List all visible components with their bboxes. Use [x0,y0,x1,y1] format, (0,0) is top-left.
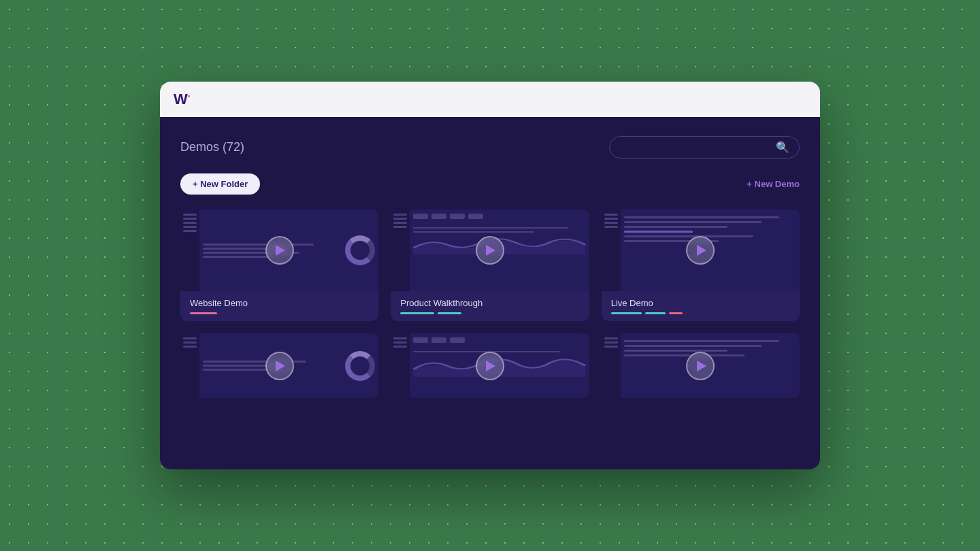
nav-item [450,337,465,343]
mock-sidebar-5 [391,333,410,398]
card-thumbnail-1 [180,210,378,291]
demo-card-6[interactable] [602,333,800,398]
sidebar-line [604,218,618,220]
progress-bar [645,312,666,314]
demo-card-4[interactable] [180,333,378,398]
card-title-1: Website Demo [190,298,369,308]
sidebar-line [183,341,197,344]
sidebar-line [183,218,197,220]
sidebar-line [393,337,407,339]
mock-sidebar-4 [180,333,199,398]
card-thumbnail-6 [602,333,800,398]
search-bar[interactable]: 🔍 [609,136,800,158]
mock-hline [624,350,728,352]
mock-hline [624,345,762,347]
mock-hline [624,226,728,228]
mock-sidebar-3 [602,210,621,291]
sidebar-line [183,230,197,232]
sidebar-line [183,346,197,348]
demo-card-1[interactable]: Website Demo [180,210,378,321]
nav-item [413,214,428,219]
mock-hline [624,340,779,342]
card-footer-1: Website Demo [180,291,378,321]
sidebar-line [604,226,618,228]
mock-sidebar-6 [602,333,621,398]
mock-topnav [413,214,585,222]
mock-bar [203,244,314,246]
sidebar-line [183,337,197,339]
sidebar-line [393,218,407,220]
progress-bars-1 [190,312,369,314]
mock-sidebar-2 [391,210,410,291]
nav-item [450,214,465,219]
progress-bar [611,312,642,314]
card-footer-2: Product Walkthrough [391,291,589,321]
play-button-1[interactable] [265,236,294,265]
demos-title: Demos (72) [180,140,244,154]
progress-bars-3 [611,312,790,314]
sidebar-line [604,214,618,216]
nav-item [413,337,428,343]
mock-hline [624,354,745,356]
demo-card-2[interactable]: Product Walkthrough [391,210,589,321]
main-content: Demos (72) 🔍 + New Folder + New Demo [160,117,820,469]
mock-hline [624,231,693,233]
app-logo: W• [174,90,189,108]
sidebar-line [393,341,407,344]
sidebar-line [604,341,618,344]
demo-card-5[interactable] [391,333,589,398]
new-folder-button[interactable]: + New Folder [180,173,260,195]
logo-dot: • [188,93,190,100]
mock-bar [413,227,568,229]
play-button-6[interactable] [686,352,715,380]
sidebar-line [183,214,197,216]
progress-bar [438,312,461,314]
mock-hline [624,221,762,223]
app-window: W• Demos (72) 🔍 + New Folder + New Demo [160,82,820,469]
mock-donut-chart [345,235,375,265]
sidebar-line [393,346,407,348]
search-icon: 🔍 [776,141,789,154]
search-input[interactable] [622,142,770,152]
header-row: Demos (72) 🔍 [180,136,800,158]
title-bar: W• [160,82,820,117]
sidebar-line [604,337,618,339]
nav-item [431,214,446,219]
new-demo-button[interactable]: + New Demo [747,179,800,189]
card-title-3: Live Demo [611,298,790,308]
demo-card-3[interactable]: Live Demo [602,210,800,321]
progress-bars-2 [400,312,579,314]
card-thumbnail-2 [391,210,589,291]
play-button-5[interactable] [476,352,504,380]
progress-bar [669,312,683,314]
mock-bar [203,256,272,258]
sidebar-line [393,214,407,216]
card-thumbnail-5 [391,333,589,398]
progress-bar [400,312,434,314]
sidebar-line [183,226,197,228]
card-footer-3: Live Demo [602,291,800,321]
nav-item [431,337,446,343]
mock-sidebar-1 [180,210,199,291]
play-button-4[interactable] [265,352,294,380]
mock-donut-chart-4 [345,351,375,381]
mock-hline [624,235,753,237]
play-button-2[interactable] [476,236,504,265]
mock-topnav-5 [413,337,585,346]
sidebar-line [183,222,197,224]
nav-item [468,214,483,219]
card-title-2: Product Walkthrough [400,298,579,308]
mock-hline [624,216,779,218]
card-thumbnail-3 [602,210,800,291]
sidebar-line [393,226,407,228]
action-row: + New Folder + New Demo [180,173,800,195]
mock-bar [413,231,534,233]
card-thumbnail-4 [180,333,378,398]
cards-grid: Website Demo [180,210,800,398]
sidebar-line [393,222,407,224]
progress-bar [190,312,217,314]
sidebar-line [604,346,618,348]
sidebar-line [604,222,618,224]
